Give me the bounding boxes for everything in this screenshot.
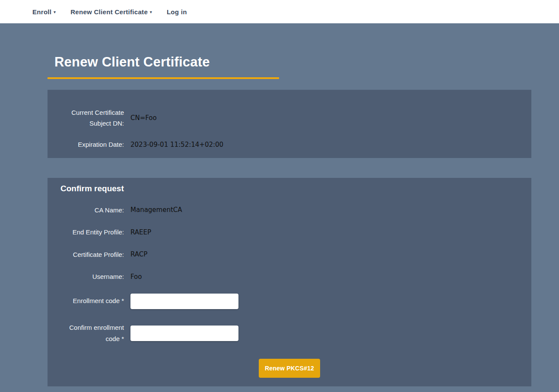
- page-header: Renew Client Certificate: [48, 54, 279, 79]
- nav-item-renew-client-certificate[interactable]: Renew Client Certificate ▾: [70, 8, 152, 16]
- field-row-subject-dn: Current Certificate Subject DN: CN=Foo: [56, 103, 523, 133]
- input-row-enrollment-code: Enrollment code *: [56, 294, 523, 309]
- nav-item-label: Enroll: [32, 8, 51, 16]
- field-label: Expiration Date:: [56, 139, 124, 150]
- certificate-info-panel: Current Certificate Subject DN: CN=Foo E…: [48, 90, 531, 158]
- field-label: Enrollment code *: [56, 295, 124, 307]
- main-content: Renew Client Certificate Current Certifi…: [0, 23, 559, 386]
- top-navbar: Enroll ▾ Renew Client Certificate ▾ Log …: [0, 0, 559, 23]
- field-value: Foo: [130, 273, 142, 281]
- nav-item-log-in[interactable]: Log in: [167, 8, 187, 16]
- field-value: ManagementCA: [130, 206, 182, 214]
- field-label: End Entity Profile:: [56, 227, 124, 238]
- nav-item-label: Renew Client Certificate: [70, 8, 148, 16]
- renew-pkcs12-button[interactable]: Renew PKCS#12: [259, 359, 320, 378]
- caret-down-icon: ▾: [150, 9, 152, 14]
- caret-down-icon: ▾: [54, 9, 56, 14]
- field-row-certificate-profile: Certificate Profile: RACP: [56, 249, 523, 260]
- section-heading: Confirm request: [60, 184, 523, 193]
- field-label: CA Name:: [56, 205, 124, 216]
- nav-item-label: Log in: [167, 8, 187, 16]
- field-value: 2023-09-01 11:52:14+02:00: [130, 141, 223, 149]
- field-label: Current Certificate Subject DN:: [56, 107, 124, 129]
- field-row-expiration-date: Expiration Date: 2023-09-01 11:52:14+02:…: [56, 139, 523, 150]
- field-label: Certificate Profile:: [56, 249, 124, 260]
- page-title: Renew Client Certificate: [54, 54, 279, 70]
- field-row-username: Username: Foo: [56, 271, 523, 282]
- field-label: Confirm enrollment code *: [56, 322, 124, 345]
- confirm-enrollment-code-input[interactable]: [130, 326, 238, 341]
- field-row-ca-name: CA Name: ManagementCA: [56, 205, 523, 216]
- field-label: Username:: [56, 271, 124, 282]
- title-underline: [48, 77, 279, 79]
- field-value: RAEEP: [130, 228, 151, 236]
- button-row: Renew PKCS#12: [56, 359, 523, 382]
- field-value: RACP: [130, 250, 147, 258]
- input-row-confirm-enrollment-code: Confirm enrollment code *: [56, 322, 523, 345]
- nav-item-enroll[interactable]: Enroll ▾: [32, 8, 56, 16]
- field-row-end-entity-profile: End Entity Profile: RAEEP: [56, 227, 523, 238]
- confirm-request-panel: Confirm request CA Name: ManagementCA En…: [48, 178, 531, 387]
- enrollment-code-input[interactable]: [130, 294, 238, 309]
- field-value: CN=Foo: [130, 114, 157, 122]
